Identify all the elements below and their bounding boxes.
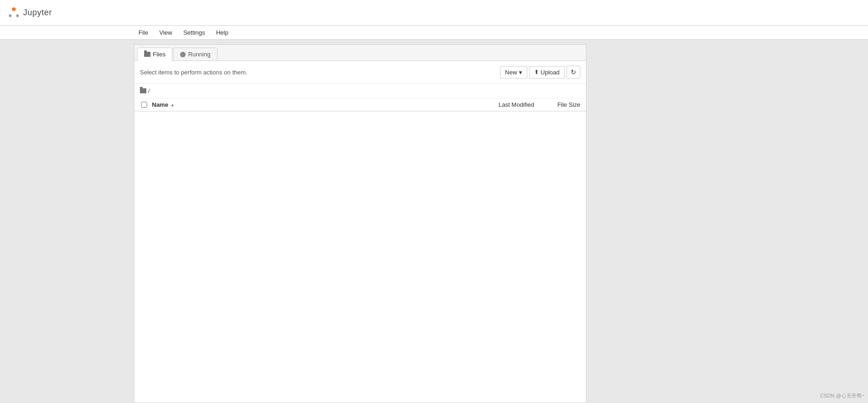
top-bar: Jupyter — [0, 0, 868, 26]
tab-running-label: Running — [188, 51, 210, 58]
new-button[interactable]: New — [500, 66, 527, 79]
tab-running[interactable]: Running — [173, 48, 217, 61]
content-panel: Files Running Select items to perform ac… — [134, 44, 586, 403]
main-area: Files Running Select items to perform ac… — [0, 40, 868, 403]
menu-file[interactable]: File — [134, 27, 153, 38]
select-info-text: Select items to perform actions on them. — [140, 69, 247, 76]
last-modified-label: Last Modified — [499, 101, 534, 108]
name-column-label: Name — [152, 101, 168, 108]
breadcrumb-path: / — [148, 87, 150, 94]
refresh-icon: ↻ — [571, 68, 576, 76]
column-header-last-modified[interactable]: Last Modified — [460, 101, 534, 108]
select-all-checkbox[interactable] — [140, 102, 148, 108]
jupyter-logo-icon — [7, 6, 20, 19]
app-title: Jupyter — [23, 8, 52, 18]
menu-bar: File View Settings Help — [0, 26, 868, 40]
tab-files[interactable]: Files — [137, 48, 172, 61]
circle-icon — [180, 52, 186, 57]
tabs-row: Files Running — [134, 45, 586, 61]
column-header-file-size[interactable]: File Size — [534, 101, 580, 108]
svg-point-1 — [9, 14, 12, 17]
svg-point-2 — [16, 14, 19, 17]
toolbar-row: Select items to perform actions on them.… — [134, 61, 586, 84]
column-header-name[interactable]: Name ▲ — [152, 101, 460, 108]
file-size-label: File Size — [557, 101, 580, 108]
upload-button[interactable]: ⬆ Upload — [529, 66, 565, 79]
breadcrumb: / — [134, 84, 586, 98]
upload-arrow-icon: ⬆ — [534, 69, 539, 75]
file-list-content — [134, 111, 586, 342]
logo-area: Jupyter — [7, 6, 52, 19]
csdn-watermark: CSDN @心无旁骛~ — [820, 392, 864, 399]
menu-view[interactable]: View — [155, 27, 177, 38]
sort-ascending-icon: ▲ — [170, 102, 175, 107]
file-list-header: Name ▲ Last Modified File Size — [134, 98, 586, 111]
menu-help[interactable]: Help — [211, 27, 233, 38]
refresh-button[interactable]: ↻ — [567, 66, 580, 79]
toolbar-buttons: New ⬆ Upload ↻ — [500, 66, 580, 79]
svg-point-0 — [12, 7, 16, 11]
folder-icon — [144, 52, 151, 57]
upload-label: Upload — [541, 69, 560, 76]
menu-settings[interactable]: Settings — [179, 27, 210, 38]
new-label: New — [505, 69, 517, 76]
chevron-down-icon — [519, 69, 522, 76]
watermark-text: CSDN @心无旁骛~ — [820, 393, 864, 398]
tab-files-label: Files — [153, 51, 165, 58]
breadcrumb-folder-icon — [140, 88, 146, 93]
